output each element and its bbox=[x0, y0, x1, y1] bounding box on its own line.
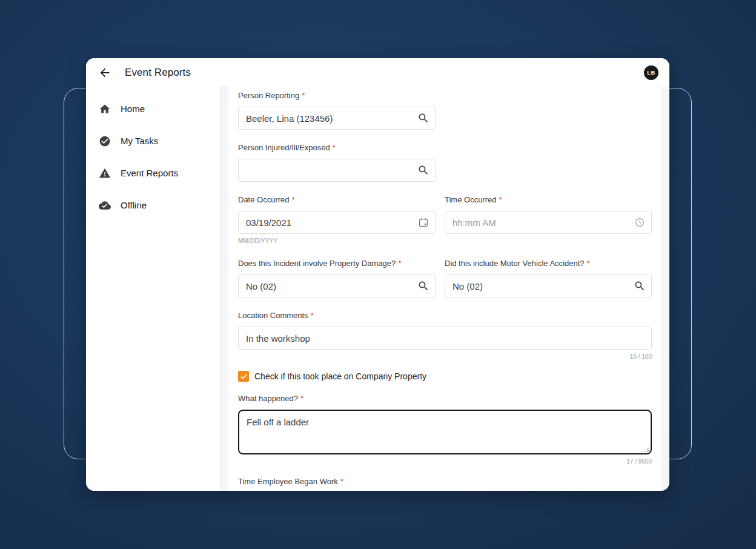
search-icon[interactable] bbox=[417, 164, 429, 176]
required-asterisk: * bbox=[300, 394, 303, 403]
motor-vehicle-input[interactable] bbox=[445, 274, 652, 298]
company-property-checkbox-label: Check if this took place on Company Prop… bbox=[254, 371, 426, 381]
page-title: Event Reports bbox=[125, 67, 191, 79]
sidebar: Home My Tasks Event Reports Offline bbox=[86, 87, 220, 491]
time-began-work-label: Time Employee Began Work* bbox=[238, 477, 652, 487]
required-asterisk: * bbox=[302, 91, 305, 100]
sidebar-divider bbox=[220, 87, 228, 491]
home-icon bbox=[99, 103, 111, 115]
what-happened-counter: 17 / 8000 bbox=[238, 458, 652, 465]
person-injured-input[interactable] bbox=[238, 159, 436, 182]
date-format-helper: MM/DD/YYYY bbox=[238, 238, 436, 244]
date-occurred-label: Date Occurred* bbox=[238, 195, 436, 205]
sidebar-item-label: Offline bbox=[121, 200, 147, 210]
person-injured-label: Person Injured/Ill/Exposed* bbox=[238, 143, 652, 153]
sidebar-item-label: My Tasks bbox=[121, 136, 158, 146]
time-occurred-label: Time Occurred* bbox=[445, 195, 652, 205]
required-asterisk: * bbox=[398, 259, 401, 268]
warning-triangle-icon bbox=[99, 167, 111, 179]
checkbox-checked-icon[interactable] bbox=[238, 371, 249, 382]
sidebar-item-label: Event Reports bbox=[121, 168, 178, 178]
property-damage-label: Does this Incident involve Property Dama… bbox=[238, 259, 436, 268]
person-reporting-label: Person Reporting* bbox=[238, 91, 652, 101]
search-icon[interactable] bbox=[417, 280, 429, 292]
event-report-form: Person Reporting* Person Injured/Ill/Exp… bbox=[228, 87, 662, 491]
sidebar-item-my-tasks[interactable]: My Tasks bbox=[86, 125, 220, 157]
sidebar-item-home[interactable]: Home bbox=[86, 93, 220, 125]
search-icon[interactable] bbox=[417, 112, 429, 124]
company-property-checkbox-row[interactable]: Check if this took place on Company Prop… bbox=[238, 371, 652, 382]
location-comments-label: Location Comments* bbox=[238, 311, 652, 321]
required-asterisk: * bbox=[333, 143, 336, 152]
person-reporting-input[interactable] bbox=[238, 107, 436, 130]
sidebar-item-label: Home bbox=[121, 104, 145, 114]
back-button[interactable] bbox=[97, 65, 113, 81]
required-asterisk: * bbox=[311, 311, 314, 320]
what-happened-textarea[interactable]: Fell off a ladder bbox=[238, 410, 652, 454]
search-icon[interactable] bbox=[634, 280, 646, 292]
date-occurred-input[interactable] bbox=[238, 211, 436, 234]
location-comments-counter: 15 / 100 bbox=[238, 353, 652, 360]
required-asterisk: * bbox=[499, 195, 502, 204]
property-damage-input[interactable] bbox=[238, 274, 436, 298]
check-circle-icon bbox=[99, 135, 111, 147]
arrow-left-icon bbox=[98, 66, 111, 79]
motor-vehicle-label: Did this include Motor Vehicle Accident?… bbox=[445, 259, 652, 268]
required-asterisk: * bbox=[292, 195, 295, 204]
cloud-done-icon bbox=[99, 199, 111, 211]
sidebar-item-event-reports[interactable]: Event Reports bbox=[86, 157, 220, 189]
clock-icon[interactable] bbox=[634, 216, 646, 228]
app-header: Event Reports LB bbox=[86, 58, 669, 87]
required-asterisk: * bbox=[340, 477, 343, 486]
location-comments-input[interactable] bbox=[238, 327, 652, 350]
avatar[interactable]: LB bbox=[644, 65, 658, 80]
calendar-icon[interactable] bbox=[417, 216, 429, 228]
required-asterisk: * bbox=[587, 259, 590, 268]
sidebar-item-offline[interactable]: Offline bbox=[86, 189, 220, 221]
what-happened-label: What happened?* bbox=[238, 394, 652, 404]
app-window: Event Reports LB Home My Tasks Event bbox=[86, 58, 669, 491]
time-occurred-input[interactable] bbox=[445, 211, 652, 234]
scrollbar-track[interactable] bbox=[662, 87, 669, 491]
